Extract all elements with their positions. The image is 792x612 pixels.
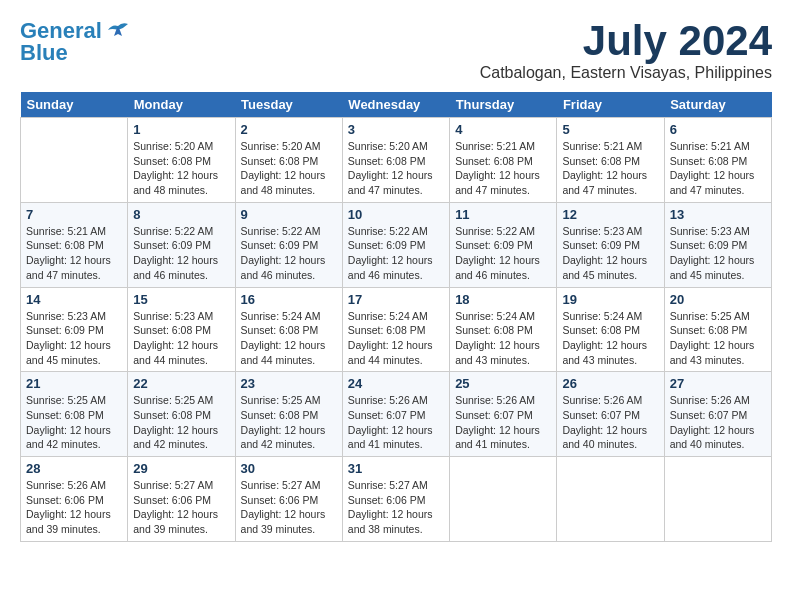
day-cell [664, 457, 771, 542]
logo-bird-icon [104, 22, 132, 44]
week-row-5: 28Sunrise: 5:26 AMSunset: 6:06 PMDayligh… [21, 457, 772, 542]
day-number: 15 [133, 292, 229, 307]
day-number: 11 [455, 207, 551, 222]
day-cell: 19Sunrise: 5:24 AMSunset: 6:08 PMDayligh… [557, 287, 664, 372]
page-header: GeneralBlue July 2024 Catbalogan, Easter… [20, 20, 772, 82]
day-number: 7 [26, 207, 122, 222]
day-cell: 9Sunrise: 5:22 AMSunset: 6:09 PMDaylight… [235, 202, 342, 287]
header-row: SundayMondayTuesdayWednesdayThursdayFrid… [21, 92, 772, 118]
day-info: Sunrise: 5:20 AMSunset: 6:08 PMDaylight:… [348, 139, 444, 198]
day-cell: 5Sunrise: 5:21 AMSunset: 6:08 PMDaylight… [557, 118, 664, 203]
day-cell: 13Sunrise: 5:23 AMSunset: 6:09 PMDayligh… [664, 202, 771, 287]
day-cell [21, 118, 128, 203]
day-info: Sunrise: 5:21 AMSunset: 6:08 PMDaylight:… [26, 224, 122, 283]
header-tuesday: Tuesday [235, 92, 342, 118]
header-saturday: Saturday [664, 92, 771, 118]
day-info: Sunrise: 5:22 AMSunset: 6:09 PMDaylight:… [133, 224, 229, 283]
day-number: 10 [348, 207, 444, 222]
day-info: Sunrise: 5:23 AMSunset: 6:08 PMDaylight:… [133, 309, 229, 368]
day-cell: 12Sunrise: 5:23 AMSunset: 6:09 PMDayligh… [557, 202, 664, 287]
day-number: 29 [133, 461, 229, 476]
day-cell: 1Sunrise: 5:20 AMSunset: 6:08 PMDaylight… [128, 118, 235, 203]
day-info: Sunrise: 5:21 AMSunset: 6:08 PMDaylight:… [455, 139, 551, 198]
day-info: Sunrise: 5:25 AMSunset: 6:08 PMDaylight:… [133, 393, 229, 452]
day-cell: 14Sunrise: 5:23 AMSunset: 6:09 PMDayligh… [21, 287, 128, 372]
day-info: Sunrise: 5:24 AMSunset: 6:08 PMDaylight:… [562, 309, 658, 368]
day-number: 12 [562, 207, 658, 222]
day-cell: 2Sunrise: 5:20 AMSunset: 6:08 PMDaylight… [235, 118, 342, 203]
day-cell: 7Sunrise: 5:21 AMSunset: 6:08 PMDaylight… [21, 202, 128, 287]
header-wednesday: Wednesday [342, 92, 449, 118]
day-info: Sunrise: 5:22 AMSunset: 6:09 PMDaylight:… [455, 224, 551, 283]
day-info: Sunrise: 5:23 AMSunset: 6:09 PMDaylight:… [562, 224, 658, 283]
day-number: 19 [562, 292, 658, 307]
day-cell: 20Sunrise: 5:25 AMSunset: 6:08 PMDayligh… [664, 287, 771, 372]
day-info: Sunrise: 5:25 AMSunset: 6:08 PMDaylight:… [670, 309, 766, 368]
day-number: 22 [133, 376, 229, 391]
day-number: 24 [348, 376, 444, 391]
day-cell: 26Sunrise: 5:26 AMSunset: 6:07 PMDayligh… [557, 372, 664, 457]
day-info: Sunrise: 5:26 AMSunset: 6:07 PMDaylight:… [348, 393, 444, 452]
location: Catbalogan, Eastern Visayas, Philippines [480, 64, 772, 82]
day-cell [450, 457, 557, 542]
header-monday: Monday [128, 92, 235, 118]
header-friday: Friday [557, 92, 664, 118]
day-info: Sunrise: 5:20 AMSunset: 6:08 PMDaylight:… [133, 139, 229, 198]
day-cell: 16Sunrise: 5:24 AMSunset: 6:08 PMDayligh… [235, 287, 342, 372]
day-info: Sunrise: 5:27 AMSunset: 6:06 PMDaylight:… [348, 478, 444, 537]
month-title: July 2024 [480, 20, 772, 62]
day-info: Sunrise: 5:23 AMSunset: 6:09 PMDaylight:… [670, 224, 766, 283]
day-info: Sunrise: 5:27 AMSunset: 6:06 PMDaylight:… [241, 478, 337, 537]
day-cell: 3Sunrise: 5:20 AMSunset: 6:08 PMDaylight… [342, 118, 449, 203]
day-info: Sunrise: 5:21 AMSunset: 6:08 PMDaylight:… [670, 139, 766, 198]
day-cell: 4Sunrise: 5:21 AMSunset: 6:08 PMDaylight… [450, 118, 557, 203]
day-cell: 11Sunrise: 5:22 AMSunset: 6:09 PMDayligh… [450, 202, 557, 287]
day-number: 9 [241, 207, 337, 222]
week-row-2: 7Sunrise: 5:21 AMSunset: 6:08 PMDaylight… [21, 202, 772, 287]
day-info: Sunrise: 5:25 AMSunset: 6:08 PMDaylight:… [241, 393, 337, 452]
day-cell: 24Sunrise: 5:26 AMSunset: 6:07 PMDayligh… [342, 372, 449, 457]
day-number: 21 [26, 376, 122, 391]
day-info: Sunrise: 5:26 AMSunset: 6:07 PMDaylight:… [670, 393, 766, 452]
header-sunday: Sunday [21, 92, 128, 118]
day-info: Sunrise: 5:27 AMSunset: 6:06 PMDaylight:… [133, 478, 229, 537]
day-cell: 25Sunrise: 5:26 AMSunset: 6:07 PMDayligh… [450, 372, 557, 457]
title-area: July 2024 Catbalogan, Eastern Visayas, P… [480, 20, 772, 82]
day-number: 17 [348, 292, 444, 307]
week-row-4: 21Sunrise: 5:25 AMSunset: 6:08 PMDayligh… [21, 372, 772, 457]
day-cell: 10Sunrise: 5:22 AMSunset: 6:09 PMDayligh… [342, 202, 449, 287]
day-number: 3 [348, 122, 444, 137]
day-number: 31 [348, 461, 444, 476]
day-cell: 17Sunrise: 5:24 AMSunset: 6:08 PMDayligh… [342, 287, 449, 372]
day-cell: 28Sunrise: 5:26 AMSunset: 6:06 PMDayligh… [21, 457, 128, 542]
day-number: 8 [133, 207, 229, 222]
day-cell: 29Sunrise: 5:27 AMSunset: 6:06 PMDayligh… [128, 457, 235, 542]
day-info: Sunrise: 5:22 AMSunset: 6:09 PMDaylight:… [241, 224, 337, 283]
day-number: 13 [670, 207, 766, 222]
day-cell: 31Sunrise: 5:27 AMSunset: 6:06 PMDayligh… [342, 457, 449, 542]
day-cell: 6Sunrise: 5:21 AMSunset: 6:08 PMDaylight… [664, 118, 771, 203]
calendar-table: SundayMondayTuesdayWednesdayThursdayFrid… [20, 92, 772, 542]
day-cell: 21Sunrise: 5:25 AMSunset: 6:08 PMDayligh… [21, 372, 128, 457]
day-info: Sunrise: 5:26 AMSunset: 6:06 PMDaylight:… [26, 478, 122, 537]
day-cell: 8Sunrise: 5:22 AMSunset: 6:09 PMDaylight… [128, 202, 235, 287]
day-info: Sunrise: 5:23 AMSunset: 6:09 PMDaylight:… [26, 309, 122, 368]
day-cell: 18Sunrise: 5:24 AMSunset: 6:08 PMDayligh… [450, 287, 557, 372]
day-number: 28 [26, 461, 122, 476]
day-number: 20 [670, 292, 766, 307]
day-cell: 23Sunrise: 5:25 AMSunset: 6:08 PMDayligh… [235, 372, 342, 457]
day-number: 2 [241, 122, 337, 137]
week-row-1: 1Sunrise: 5:20 AMSunset: 6:08 PMDaylight… [21, 118, 772, 203]
day-number: 26 [562, 376, 658, 391]
day-info: Sunrise: 5:26 AMSunset: 6:07 PMDaylight:… [455, 393, 551, 452]
day-number: 30 [241, 461, 337, 476]
logo-text: GeneralBlue [20, 20, 102, 64]
day-number: 16 [241, 292, 337, 307]
day-info: Sunrise: 5:24 AMSunset: 6:08 PMDaylight:… [455, 309, 551, 368]
day-cell: 30Sunrise: 5:27 AMSunset: 6:06 PMDayligh… [235, 457, 342, 542]
day-info: Sunrise: 5:26 AMSunset: 6:07 PMDaylight:… [562, 393, 658, 452]
day-info: Sunrise: 5:25 AMSunset: 6:08 PMDaylight:… [26, 393, 122, 452]
day-number: 5 [562, 122, 658, 137]
day-cell: 27Sunrise: 5:26 AMSunset: 6:07 PMDayligh… [664, 372, 771, 457]
day-info: Sunrise: 5:21 AMSunset: 6:08 PMDaylight:… [562, 139, 658, 198]
